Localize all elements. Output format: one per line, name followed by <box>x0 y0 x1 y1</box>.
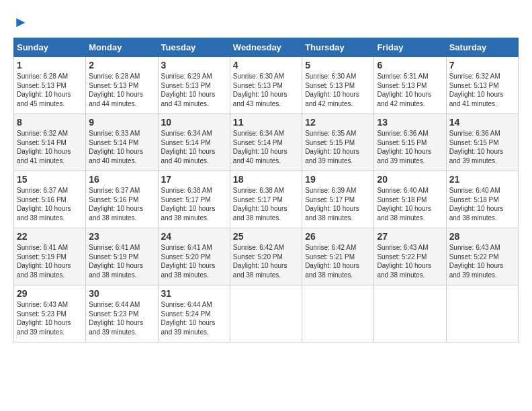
day-info: Sunrise: 6:40 AMSunset: 5:18 PMDaylight:… <box>449 186 515 222</box>
day-info: Sunrise: 6:34 AMSunset: 5:14 PMDaylight:… <box>161 129 227 165</box>
day-number: 2 <box>89 60 154 71</box>
day-info: Sunrise: 6:43 AMSunset: 5:23 PMDaylight:… <box>17 300 83 336</box>
calendar-cell: 30Sunrise: 6:44 AMSunset: 5:23 PMDayligh… <box>86 285 158 342</box>
logo: ► <box>13 13 28 31</box>
header-day-sunday: Sunday <box>14 38 86 57</box>
day-info: Sunrise: 6:29 AMSunset: 5:13 PMDaylight:… <box>161 72 227 108</box>
header-day-tuesday: Tuesday <box>158 38 230 57</box>
day-info: Sunrise: 6:28 AMSunset: 5:13 PMDaylight:… <box>17 72 83 108</box>
day-number: 21 <box>449 174 515 185</box>
day-number: 16 <box>89 174 154 185</box>
day-number: 14 <box>449 117 515 128</box>
day-number: 13 <box>377 117 443 128</box>
day-number: 7 <box>449 60 515 71</box>
day-number: 22 <box>17 231 83 242</box>
calendar-cell: 3Sunrise: 6:29 AMSunset: 5:13 PMDaylight… <box>158 57 230 114</box>
day-number: 25 <box>233 231 299 242</box>
calendar-cell: 6Sunrise: 6:31 AMSunset: 5:13 PMDaylight… <box>374 57 446 114</box>
day-info: Sunrise: 6:30 AMSunset: 5:13 PMDaylight:… <box>305 72 371 108</box>
calendar-cell: 21Sunrise: 6:40 AMSunset: 5:18 PMDayligh… <box>446 171 518 228</box>
day-number: 1 <box>17 60 83 71</box>
day-info: Sunrise: 6:34 AMSunset: 5:14 PMDaylight:… <box>233 129 299 165</box>
day-number: 28 <box>449 231 515 242</box>
calendar-cell: 29Sunrise: 6:43 AMSunset: 5:23 PMDayligh… <box>14 285 86 342</box>
calendar-cell: 10Sunrise: 6:34 AMSunset: 5:14 PMDayligh… <box>158 114 230 171</box>
day-number: 17 <box>161 174 227 185</box>
calendar-cell: 7Sunrise: 6:32 AMSunset: 5:13 PMDaylight… <box>446 57 518 114</box>
calendar-cell: 26Sunrise: 6:42 AMSunset: 5:21 PMDayligh… <box>302 228 374 285</box>
day-number: 15 <box>17 174 83 185</box>
day-info: Sunrise: 6:38 AMSunset: 5:17 PMDaylight:… <box>233 186 299 222</box>
day-number: 29 <box>17 288 83 299</box>
day-number: 24 <box>161 231 227 242</box>
day-info: Sunrise: 6:41 AMSunset: 5:20 PMDaylight:… <box>161 243 227 279</box>
calendar-cell: 25Sunrise: 6:42 AMSunset: 5:20 PMDayligh… <box>230 228 302 285</box>
day-number: 18 <box>233 174 299 185</box>
day-number: 26 <box>305 231 371 242</box>
day-number: 9 <box>89 117 154 128</box>
day-number: 19 <box>305 174 371 185</box>
calendar-cell: 27Sunrise: 6:43 AMSunset: 5:22 PMDayligh… <box>374 228 446 285</box>
day-number: 8 <box>17 117 83 128</box>
calendar-cell: 20Sunrise: 6:40 AMSunset: 5:18 PMDayligh… <box>374 171 446 228</box>
calendar-cell <box>446 285 518 342</box>
calendar-cell: 15Sunrise: 6:37 AMSunset: 5:16 PMDayligh… <box>14 171 86 228</box>
day-info: Sunrise: 6:40 AMSunset: 5:18 PMDaylight:… <box>377 186 443 222</box>
day-info: Sunrise: 6:32 AMSunset: 5:13 PMDaylight:… <box>449 72 515 108</box>
header-day-friday: Friday <box>374 38 446 57</box>
calendar-cell: 28Sunrise: 6:43 AMSunset: 5:22 PMDayligh… <box>446 228 518 285</box>
day-info: Sunrise: 6:37 AMSunset: 5:16 PMDaylight:… <box>17 186 83 222</box>
calendar-cell: 17Sunrise: 6:38 AMSunset: 5:17 PMDayligh… <box>158 171 230 228</box>
day-info: Sunrise: 6:41 AMSunset: 5:19 PMDaylight:… <box>89 243 154 279</box>
day-info: Sunrise: 6:35 AMSunset: 5:15 PMDaylight:… <box>305 129 371 165</box>
calendar-cell: 11Sunrise: 6:34 AMSunset: 5:14 PMDayligh… <box>230 114 302 171</box>
day-info: Sunrise: 6:43 AMSunset: 5:22 PMDaylight:… <box>377 243 443 279</box>
calendar-cell <box>230 285 302 342</box>
calendar-cell: 24Sunrise: 6:41 AMSunset: 5:20 PMDayligh… <box>158 228 230 285</box>
day-info: Sunrise: 6:33 AMSunset: 5:14 PMDaylight:… <box>89 129 154 165</box>
calendar-cell: 8Sunrise: 6:32 AMSunset: 5:14 PMDaylight… <box>14 114 86 171</box>
calendar-cell: 16Sunrise: 6:37 AMSunset: 5:16 PMDayligh… <box>86 171 158 228</box>
calendar-week-row: 8Sunrise: 6:32 AMSunset: 5:14 PMDaylight… <box>14 114 519 171</box>
calendar-cell: 22Sunrise: 6:41 AMSunset: 5:19 PMDayligh… <box>14 228 86 285</box>
day-number: 20 <box>377 174 443 185</box>
header-day-monday: Monday <box>86 38 158 57</box>
day-info: Sunrise: 6:36 AMSunset: 5:15 PMDaylight:… <box>377 129 443 165</box>
day-number: 30 <box>89 288 154 299</box>
calendar-cell: 12Sunrise: 6:35 AMSunset: 5:15 PMDayligh… <box>302 114 374 171</box>
day-number: 10 <box>161 117 227 128</box>
calendar-week-row: 22Sunrise: 6:41 AMSunset: 5:19 PMDayligh… <box>14 228 519 285</box>
day-info: Sunrise: 6:31 AMSunset: 5:13 PMDaylight:… <box>377 72 443 108</box>
day-number: 23 <box>89 231 154 242</box>
day-info: Sunrise: 6:42 AMSunset: 5:20 PMDaylight:… <box>233 243 299 279</box>
calendar-cell: 31Sunrise: 6:44 AMSunset: 5:24 PMDayligh… <box>158 285 230 342</box>
day-info: Sunrise: 6:38 AMSunset: 5:17 PMDaylight:… <box>161 186 227 222</box>
day-info: Sunrise: 6:30 AMSunset: 5:13 PMDaylight:… <box>233 72 299 108</box>
header-day-thursday: Thursday <box>302 38 374 57</box>
header-day-saturday: Saturday <box>446 38 518 57</box>
day-number: 12 <box>305 117 371 128</box>
calendar-week-row: 29Sunrise: 6:43 AMSunset: 5:23 PMDayligh… <box>14 285 519 342</box>
day-info: Sunrise: 6:43 AMSunset: 5:22 PMDaylight:… <box>449 243 515 279</box>
days-header-row: SundayMondayTuesdayWednesdayThursdayFrid… <box>14 38 519 57</box>
day-info: Sunrise: 6:37 AMSunset: 5:16 PMDaylight:… <box>89 186 154 222</box>
day-info: Sunrise: 6:44 AMSunset: 5:24 PMDaylight:… <box>161 300 227 336</box>
day-number: 31 <box>161 288 227 299</box>
calendar-cell: 4Sunrise: 6:30 AMSunset: 5:13 PMDaylight… <box>230 57 302 114</box>
day-number: 11 <box>233 117 299 128</box>
logo-bird-icon: ► <box>13 13 28 30</box>
calendar-cell: 2Sunrise: 6:28 AMSunset: 5:13 PMDaylight… <box>86 57 158 114</box>
calendar-cell: 1Sunrise: 6:28 AMSunset: 5:13 PMDaylight… <box>14 57 86 114</box>
calendar-cell: 23Sunrise: 6:41 AMSunset: 5:19 PMDayligh… <box>86 228 158 285</box>
calendar-cell <box>302 285 374 342</box>
calendar-week-row: 1Sunrise: 6:28 AMSunset: 5:13 PMDaylight… <box>14 57 519 114</box>
header-day-wednesday: Wednesday <box>230 38 302 57</box>
day-number: 6 <box>377 60 443 71</box>
day-info: Sunrise: 6:36 AMSunset: 5:15 PMDaylight:… <box>449 129 515 165</box>
calendar-cell: 18Sunrise: 6:38 AMSunset: 5:17 PMDayligh… <box>230 171 302 228</box>
day-info: Sunrise: 6:32 AMSunset: 5:14 PMDaylight:… <box>17 129 83 165</box>
day-number: 5 <box>305 60 371 71</box>
day-number: 4 <box>233 60 299 71</box>
day-number: 27 <box>377 231 443 242</box>
calendar-cell: 5Sunrise: 6:30 AMSunset: 5:13 PMDaylight… <box>302 57 374 114</box>
